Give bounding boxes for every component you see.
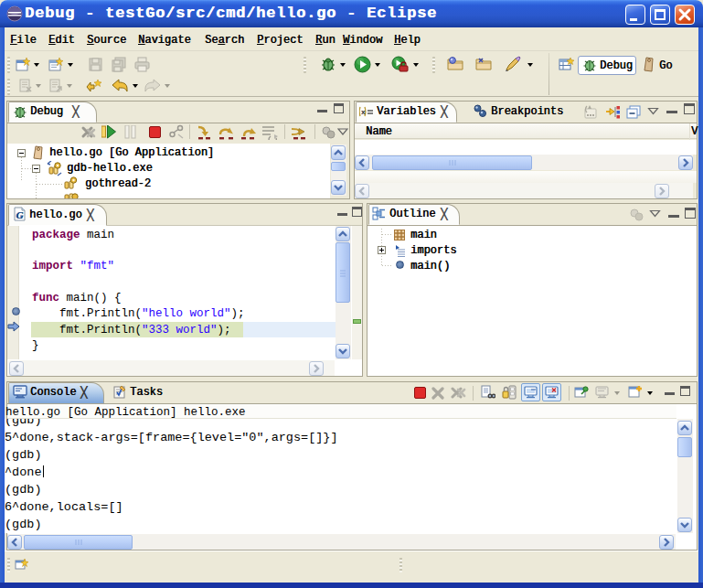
svg-text:G: G bbox=[16, 209, 23, 220]
svg-text:x: x bbox=[361, 108, 365, 116]
